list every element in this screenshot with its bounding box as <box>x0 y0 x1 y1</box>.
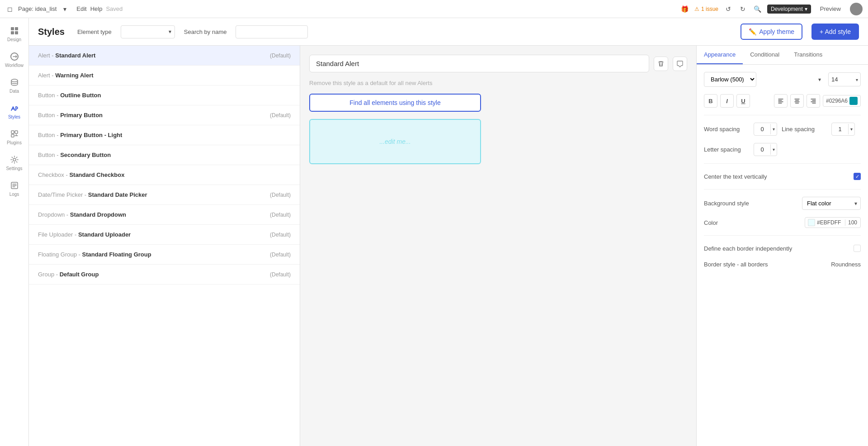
word-spacing-arrow[interactable]: ▾ <box>770 124 777 134</box>
style-item-name: Alert - Warning Alert <box>38 72 94 79</box>
sidebar-workflow-label: Workflow <box>5 63 24 68</box>
element-type-label: Element type <box>77 28 112 35</box>
word-spacing-row: Word spacing 0 ▾ Line spacing 1 ▾ <box>704 123 861 136</box>
sidebar-plugins-label: Plugins <box>7 140 22 145</box>
line-spacing-control[interactable]: 1 ▾ <box>831 123 855 136</box>
style-item[interactable]: Button - Outline Button <box>29 85 300 105</box>
element-type-select[interactable] <box>121 25 175 38</box>
apply-theme-button[interactable]: ✏️ Apply theme <box>741 24 802 40</box>
line-spacing-arrow[interactable]: ▾ <box>848 124 854 134</box>
sidebar-item-plugins[interactable]: Plugins <box>2 125 27 149</box>
svg-rect-1 <box>15 27 18 30</box>
style-item[interactable]: Floating Group - Standard Floating Group… <box>29 245 300 265</box>
background-style-select[interactable]: Flat color <box>802 197 861 210</box>
style-item-name: Alert - Standard Alert <box>38 52 95 59</box>
tab-appearance[interactable]: Appearance <box>697 46 743 64</box>
style-item-default: (Default) <box>270 212 291 218</box>
workflow-sidebar-icon <box>9 51 20 62</box>
tab-conditional[interactable]: Conditional <box>743 46 787 64</box>
delete-style-button[interactable] <box>654 57 668 71</box>
find-elements-button[interactable]: Find all elements using this style <box>309 94 481 112</box>
style-item[interactable]: Group - Default Group (Default) <box>29 265 300 285</box>
style-item-default: (Default) <box>270 232 291 238</box>
style-item-default: (Default) <box>270 271 291 278</box>
chevron-down-icon[interactable]: ▾ <box>60 5 69 14</box>
italic-button[interactable]: I <box>720 94 734 108</box>
sidebar-item-logs[interactable]: Logs <box>2 176 27 200</box>
divider <box>704 163 861 164</box>
style-item-name: Button - Outline Button <box>38 92 101 99</box>
align-left-button[interactable] <box>774 94 788 108</box>
add-style-button[interactable]: + Add style <box>811 24 859 40</box>
define-border-label: Define each border independently <box>704 245 792 252</box>
preview-placeholder: ...edit me... <box>379 138 410 145</box>
style-name-input[interactable] <box>309 55 649 72</box>
right-tabs: Appearance Conditional Transitions <box>697 46 868 65</box>
color-hash-label: #0296A6 <box>826 98 848 104</box>
letter-spacing-arrow[interactable]: ▾ <box>770 144 777 155</box>
svg-point-9 <box>13 158 16 161</box>
find-elements-label: Find all elements using this style <box>349 99 441 106</box>
vertical-center-checkbox[interactable] <box>854 173 861 180</box>
svg-rect-6 <box>11 131 14 133</box>
preview-button[interactable]: Preview <box>816 4 844 14</box>
color-input-swatch[interactable] <box>808 219 815 226</box>
style-item[interactable]: Button - Secondary Button <box>29 145 300 165</box>
warning-badge[interactable]: ⚠ 1 issue <box>694 6 718 12</box>
sidebar-item-data[interactable]: Data <box>2 73 27 97</box>
comment-style-button[interactable] <box>673 57 687 71</box>
style-item[interactable]: Button - Primary Button (Default) <box>29 105 300 125</box>
svg-rect-2 <box>11 31 14 34</box>
dev-mode-selector[interactable]: Development ▾ <box>767 5 811 14</box>
design-sidebar-icon <box>9 25 20 36</box>
style-item[interactable]: Checkbox - Standard Checkbox <box>29 165 300 185</box>
bold-button[interactable]: B <box>704 94 717 108</box>
text-color-swatch[interactable] <box>849 97 858 105</box>
search-input[interactable] <box>236 25 308 38</box>
style-item-name: Button - Primary Button <box>38 112 103 119</box>
font-family-select[interactable]: Barlow (500) <box>704 72 756 87</box>
sidebar-item-styles[interactable]: Styles <box>2 99 27 123</box>
define-border-checkbox[interactable] <box>854 245 861 252</box>
style-item[interactable]: Date/Time Picker - Standard Date Picker … <box>29 185 300 205</box>
style-item[interactable]: Dropdown - Standard Dropdown (Default) <box>29 205 300 225</box>
style-item-name: Checkbox - Standard Checkbox <box>38 171 124 178</box>
sidebar-item-workflow[interactable]: Workflow <box>2 47 27 71</box>
app-layout: Design Workflow Data Styles Plugins <box>0 18 868 446</box>
word-spacing-control[interactable]: 0 ▾ <box>754 123 777 136</box>
word-spacing-value: 0 <box>754 123 770 135</box>
align-center-button[interactable] <box>790 94 804 108</box>
border-roundness-row: Border style - all borders Roundness <box>704 261 861 268</box>
letter-spacing-control[interactable]: 0 ▾ <box>754 143 777 156</box>
style-item-default: (Default) <box>270 52 291 59</box>
align-right-button[interactable] <box>807 94 820 108</box>
search-icon[interactable]: 🔍 <box>753 5 762 14</box>
text-color-control[interactable]: #0296A6 <box>823 95 861 107</box>
plugins-sidebar-icon <box>9 128 20 139</box>
style-item[interactable]: File Uploader - Standard Uploader (Defau… <box>29 225 300 245</box>
avatar[interactable] <box>850 3 863 15</box>
sidebar-item-design[interactable]: Design <box>2 22 27 46</box>
undo-icon[interactable]: ↺ <box>724 5 733 14</box>
sidebar-styles-label: Styles <box>8 114 20 119</box>
style-item[interactable]: Button - Primary Button - Light <box>29 125 300 145</box>
font-size-select[interactable]: 14 <box>828 72 861 86</box>
style-item-name: Button - Secondary Button <box>38 152 111 158</box>
style-item-name: Group - Default Group <box>38 271 99 278</box>
preview-box[interactable]: ...edit me... <box>309 119 481 164</box>
underline-button[interactable]: U <box>736 94 750 108</box>
tab-transitions[interactable]: Transitions <box>787 46 830 64</box>
sidebar-logs-label: Logs <box>9 192 19 197</box>
style-item[interactable]: Alert - Warning Alert <box>29 66 300 85</box>
gift-icon[interactable]: 🎁 <box>680 5 689 14</box>
line-spacing-value: 1 <box>832 123 848 135</box>
redo-icon[interactable]: ↻ <box>738 5 747 14</box>
styles-header: Styles Element type Search by name ✏️ Ap… <box>29 18 868 46</box>
logs-sidebar-icon <box>9 180 20 191</box>
help-menu[interactable]: Help <box>90 5 103 12</box>
color-input[interactable]: #EBFDFF 100 <box>805 217 861 228</box>
style-item[interactable]: Alert - Standard Alert (Default) <box>29 46 300 66</box>
edit-menu[interactable]: Edit <box>76 5 86 12</box>
sidebar-item-settings[interactable]: Settings <box>2 151 27 175</box>
dev-label: Development <box>771 6 803 12</box>
